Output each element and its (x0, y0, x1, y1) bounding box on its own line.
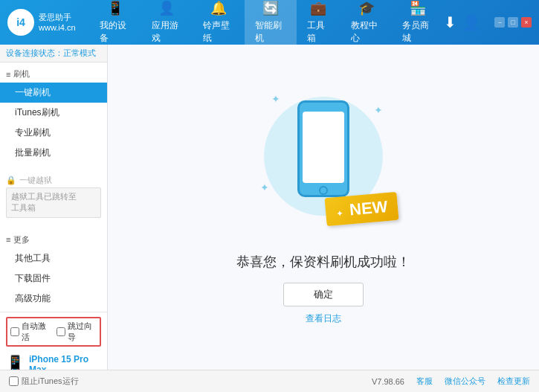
other-tools-label: 其他工具 (15, 253, 51, 263)
skip-guide-label: 跳过向导 (68, 321, 97, 343)
confirm-button[interactable]: 确定 (283, 283, 364, 306)
nav-item-apps-games[interactable]: 👤 应用游戏 (141, 0, 193, 49)
footer-left: 阻止iTunes运行 (9, 376, 79, 387)
logo-area: i4 爱思助手 www.i4.cn (7, 9, 89, 36)
sidebar-section-more: ≡ 更多 其他工具 下载固件 高级功能 (0, 228, 107, 312)
nav-item-toolbox[interactable]: 💼 工具箱 (297, 0, 340, 49)
sidebar-item-batch-flash[interactable]: 批量刷机 (0, 143, 107, 163)
sidebar-item-pro-flash[interactable]: 专业刷机 (0, 123, 107, 143)
minimize-button[interactable]: － (494, 17, 505, 28)
logo-circle: i4 (7, 9, 34, 36)
logo-name: 爱思助手 (39, 12, 76, 22)
sidebar-section-flash: ≡ 刷机 一键刷机 iTunes刷机 专业刷机 批量刷机 (0, 62, 107, 166)
auto-activate-checkbox[interactable] (10, 327, 19, 336)
header: i4 爱思助手 www.i4.cn 📱 我的设备 👤 应用游戏 🔔 铃声壁纸 🔄… (0, 0, 539, 45)
user-icon[interactable]: 👤 (462, 13, 481, 31)
logo-text: 爱思助手 www.i4.cn (39, 12, 76, 33)
maximize-button[interactable]: □ (508, 17, 518, 28)
device-details: iPhone 15 Pro Max 512GB iPhone (29, 354, 101, 370)
more-group-label: ≡ 更多 (0, 231, 107, 248)
tutorial-icon: 🎓 (358, 0, 375, 16)
advanced-label: 高级功能 (15, 293, 51, 303)
flash-group-text: 刷机 (13, 68, 30, 80)
itunes-flash-label: iTunes刷机 (15, 107, 59, 118)
content-area: ✦ ✦ ✦ NEW 恭喜您，保资料刷机成功啦！ 确定 查看日志 (108, 45, 539, 370)
footer-right: V7.98.66 客服 微信公众号 检查更新 (372, 376, 530, 387)
sidebar-item-advanced[interactable]: 高级功能 (0, 289, 107, 309)
logo-url: www.i4.cn (39, 22, 76, 33)
disabled-section: 🔒 一键越狱 越狱工具已跳转至工具箱 (0, 172, 107, 222)
itunes-footer-checkbox[interactable] (9, 376, 19, 386)
download-firmware-label: 下载固件 (15, 273, 51, 283)
phone-img (297, 100, 349, 197)
flash-group-icon: ≡ (6, 70, 10, 79)
close-button[interactable]: × (521, 17, 532, 28)
pro-flash-label: 专业刷机 (15, 127, 51, 138)
status-value: 正常模式 (63, 48, 96, 57)
ringtones-icon: 🔔 (210, 0, 227, 16)
phone-body (297, 100, 349, 197)
sparkle-2: ✦ (374, 104, 383, 116)
version-label: V7.98.66 (372, 377, 404, 386)
header-right: ⬇ 👤 － □ × (444, 13, 532, 31)
window-controls: － □ × (494, 17, 532, 28)
merchant-label: 务员商城 (402, 19, 433, 45)
sidebar-item-itunes-flash[interactable]: iTunes刷机 (0, 103, 107, 123)
toolbox-icon: 💼 (310, 0, 326, 16)
sidebar-item-other-tools[interactable]: 其他工具 (0, 248, 107, 269)
log-link[interactable]: 查看日志 (306, 312, 341, 325)
my-device-label: 我的设备 (100, 19, 131, 45)
sidebar: 设备连接状态：正常模式 ≡ 刷机 一键刷机 iTunes刷机 专业刷机 批量刷机 (0, 45, 108, 370)
sparkle-3: ✦ (260, 181, 269, 193)
download-icon[interactable]: ⬇ (444, 13, 456, 31)
customer-service-link[interactable]: 客服 (416, 376, 433, 387)
check-update-link[interactable]: 检查更新 (497, 376, 530, 387)
sparkle-1: ✦ (271, 93, 280, 105)
sidebar-item-one-click-flash[interactable]: 一键刷机 (0, 83, 107, 103)
device-section: 自动激活 跳过向导 📱 iPhone 15 Pro Max 512GB iPho… (0, 312, 107, 370)
phone-home-button (319, 186, 328, 195)
more-group-icon: ≡ (6, 235, 10, 244)
batch-flash-label: 批量刷机 (15, 147, 51, 158)
success-message: 恭喜您，保资料刷机成功啦！ (236, 253, 410, 271)
one-click-flash-label: 一键刷机 (15, 87, 51, 97)
device-name: iPhone 15 Pro Max (29, 354, 101, 370)
success-visual: ✦ ✦ ✦ NEW (256, 89, 390, 238)
nav-item-my-device[interactable]: 📱 我的设备 (89, 0, 141, 49)
footer: 阻止iTunes运行 V7.98.66 客服 微信公众号 检查更新 (0, 370, 539, 392)
auto-activate-checkbox-label[interactable]: 自动激活 (10, 321, 51, 343)
disabled-group-label: 🔒 一键越狱 (6, 175, 101, 186)
main-nav: 📱 我的设备 👤 应用游戏 🔔 铃声壁纸 🔄 智能刷机 💼 工具箱 🎓 教程中心… (89, 0, 444, 49)
nav-item-merchant[interactable]: 🏪 务员商城 (392, 0, 444, 49)
status-label: 设备连接状态： (6, 48, 63, 57)
nav-item-tutorial[interactable]: 🎓 教程中心 (340, 0, 393, 49)
nav-item-smart-flash[interactable]: 🔄 智能刷机 (245, 0, 297, 49)
skip-guide-checkbox-label[interactable]: 跳过向导 (57, 321, 97, 343)
main-container: 设备连接状态：正常模式 ≡ 刷机 一键刷机 iTunes刷机 专业刷机 批量刷机 (0, 45, 539, 370)
device-phone-icon: 📱 (6, 354, 25, 370)
more-group-text: 更多 (13, 234, 30, 245)
new-badge-text: NEW (349, 197, 388, 219)
toolbox-label: 工具箱 (307, 19, 330, 45)
apps-games-icon: 👤 (158, 0, 175, 16)
nav-item-ringtones[interactable]: 🔔 铃声壁纸 (193, 0, 245, 49)
device-info: 📱 iPhone 15 Pro Max 512GB iPhone (6, 351, 101, 370)
ringtones-label: 铃声壁纸 (203, 19, 234, 45)
itunes-footer-label: 阻止iTunes运行 (22, 376, 79, 387)
my-device-icon: 📱 (107, 0, 123, 16)
wechat-link[interactable]: 微信公众号 (445, 376, 485, 387)
disabled-group-text: 一键越狱 (19, 175, 52, 186)
auto-activate-label: 自动激活 (22, 321, 51, 343)
logo-abbr: i4 (16, 16, 25, 28)
apps-games-label: 应用游戏 (152, 19, 183, 45)
tutorial-label: 教程中心 (351, 19, 382, 45)
merchant-icon: 🏪 (410, 0, 426, 16)
sidebar-item-download-firmware[interactable]: 下载固件 (0, 269, 107, 289)
skip-guide-checkbox[interactable] (57, 327, 65, 336)
smart-flash-icon: 🔄 (262, 0, 279, 16)
phone-screen (303, 112, 344, 183)
disabled-notice-box: 越狱工具已跳转至工具箱 (6, 187, 101, 218)
smart-flash-label: 智能刷机 (255, 19, 286, 45)
status-bar: 设备连接状态：正常模式 (0, 45, 107, 62)
lock-icon: 🔒 (6, 176, 16, 185)
